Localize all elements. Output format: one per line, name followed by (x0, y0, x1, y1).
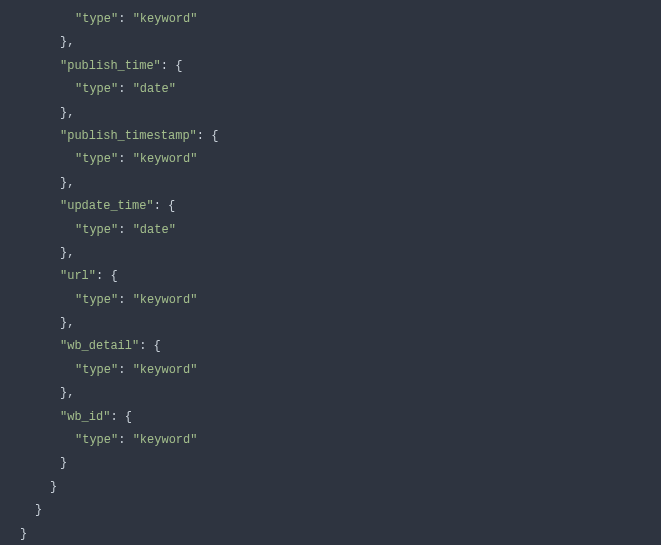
code-line: "wb_id": { (0, 406, 661, 429)
code-line: }, (0, 31, 661, 54)
code-line: }, (0, 172, 661, 195)
code-block: "type": "keyword"},"publish_time": {"typ… (0, 8, 661, 545)
json-punct: } (35, 503, 42, 517)
code-line: "type": "keyword" (0, 429, 661, 452)
json-punct: } (60, 456, 67, 470)
json-string: "url" (60, 269, 96, 283)
code-line: } (0, 499, 661, 522)
code-line: "type": "date" (0, 78, 661, 101)
code-line: "publish_timestamp": { (0, 125, 661, 148)
json-string: "keyword" (133, 293, 198, 307)
json-string: "type" (75, 293, 118, 307)
json-string: "keyword" (133, 363, 198, 377)
json-punct: : { (139, 339, 161, 353)
json-string: "type" (75, 82, 118, 96)
json-punct: : (118, 82, 132, 96)
json-string: "type" (75, 12, 118, 26)
json-string: "type" (75, 223, 118, 237)
code-line: }, (0, 242, 661, 265)
json-punct: : { (96, 269, 118, 283)
json-string: "type" (75, 363, 118, 377)
code-line: "url": { (0, 265, 661, 288)
code-line: }, (0, 382, 661, 405)
json-string: "publish_timestamp" (60, 129, 197, 143)
code-line: } (0, 523, 661, 545)
json-string: "publish_time" (60, 59, 161, 73)
code-line: } (0, 452, 661, 475)
code-line: "type": "keyword" (0, 359, 661, 382)
json-punct: : { (197, 129, 219, 143)
code-line: "publish_time": { (0, 55, 661, 78)
json-punct: : (118, 363, 132, 377)
code-line: "update_time": { (0, 195, 661, 218)
code-line: "wb_detail": { (0, 335, 661, 358)
code-line: "type": "keyword" (0, 289, 661, 312)
json-string: "date" (133, 223, 176, 237)
json-punct: }, (60, 176, 74, 190)
json-punct: }, (60, 316, 74, 330)
code-line: "type": "keyword" (0, 148, 661, 171)
json-punct: : (118, 293, 132, 307)
json-string: "keyword" (133, 12, 198, 26)
json-string: "wb_detail" (60, 339, 139, 353)
json-string: "type" (75, 433, 118, 447)
json-punct: : (118, 223, 132, 237)
json-punct: } (20, 527, 27, 541)
code-line: "type": "keyword" (0, 8, 661, 31)
code-line: "type": "date" (0, 219, 661, 242)
json-punct: : (118, 12, 132, 26)
json-string: "update_time" (60, 199, 154, 213)
json-string: "keyword" (133, 152, 198, 166)
json-string: "date" (133, 82, 176, 96)
json-punct: }, (60, 106, 74, 120)
code-line: }, (0, 312, 661, 335)
json-punct: : { (161, 59, 183, 73)
json-punct: }, (60, 35, 74, 49)
json-string: "wb_id" (60, 410, 110, 424)
code-line: } (0, 476, 661, 499)
json-punct: } (50, 480, 57, 494)
json-string: "type" (75, 152, 118, 166)
json-punct: : { (110, 410, 132, 424)
json-punct: : { (154, 199, 176, 213)
code-line: }, (0, 102, 661, 125)
json-string: "keyword" (133, 433, 198, 447)
json-punct: : (118, 433, 132, 447)
json-punct: : (118, 152, 132, 166)
json-punct: }, (60, 386, 74, 400)
json-punct: }, (60, 246, 74, 260)
